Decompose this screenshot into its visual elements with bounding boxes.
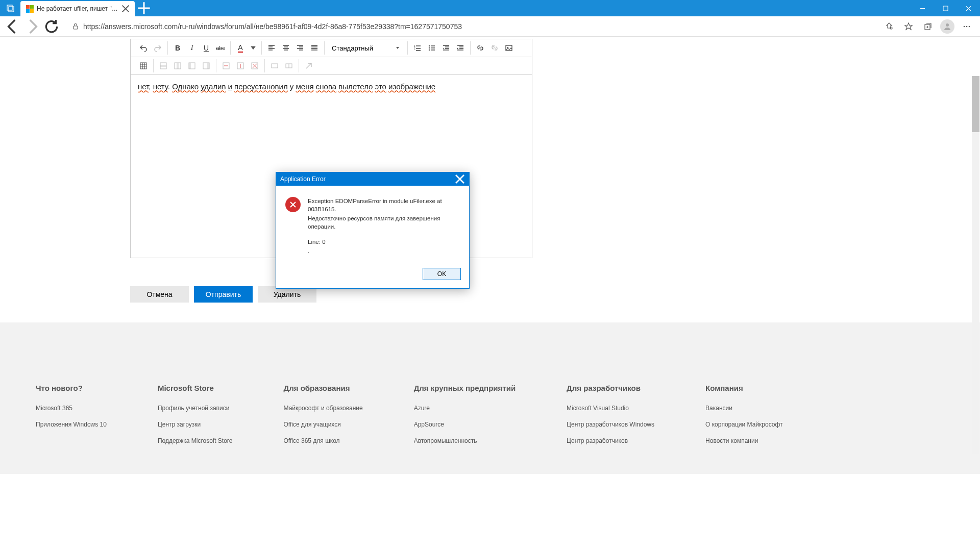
insert-table-button[interactable] (137, 59, 150, 72)
forward-button[interactable] (23, 18, 41, 35)
italic-button[interactable]: I (185, 41, 199, 55)
footer-link[interactable]: Майкрософт и образование (284, 405, 363, 412)
svg-point-9 (969, 26, 970, 27)
delete-button[interactable]: Удалить (258, 286, 316, 303)
collections-button[interactable] (919, 18, 937, 35)
align-left-button[interactable] (265, 41, 278, 55)
svg-rect-3 (74, 26, 78, 29)
scrollbar-thumb[interactable] (972, 76, 979, 132)
tracking-prevention-button[interactable] (880, 18, 898, 35)
footer-link[interactable]: AppSource (414, 421, 516, 428)
footer-heading: Microsoft Store (158, 384, 233, 392)
tab-close-button[interactable] (121, 5, 130, 13)
chevron-down-icon (395, 45, 400, 51)
font-color-button[interactable]: A (234, 41, 247, 55)
dialog-message: Exception EDOMParseError in module uFile… (308, 197, 460, 257)
split-cells-button[interactable] (282, 59, 296, 72)
underline-button[interactable]: U (200, 41, 213, 55)
footer-column: Что нового?Microsoft 365Приложения Windo… (36, 384, 107, 454)
footer-link[interactable]: О корпорации Майкрософт (705, 421, 783, 428)
unordered-list-button[interactable] (425, 41, 438, 55)
table-row-button[interactable] (157, 59, 170, 72)
footer-link[interactable]: Новости компании (705, 437, 783, 444)
browser-tab[interactable]: Не работает ufiler, пишет "exce... (20, 1, 135, 16)
outdent-button[interactable] (439, 41, 453, 55)
dialog-ok-button[interactable]: OK (423, 268, 461, 280)
svg-rect-2 (943, 6, 948, 11)
svg-rect-19 (160, 65, 166, 67)
dialog-titlebar[interactable]: Application Error (276, 172, 469, 186)
profile-button[interactable] (938, 18, 957, 35)
svg-point-8 (966, 26, 968, 27)
footer-link[interactable]: Центр разработчиков Windows (567, 421, 654, 428)
delete-table-button[interactable] (248, 59, 261, 72)
footer-link[interactable]: Центр разработчиков (567, 437, 654, 444)
footer-link[interactable]: Приложения Windows 10 (36, 421, 107, 428)
error-icon (285, 197, 301, 212)
dialog-line2: Недостаточно ресурсов памяти для заверше… (308, 214, 460, 231)
footer-heading: Для крупных предприятий (414, 384, 516, 392)
clear-format-button[interactable] (302, 59, 315, 72)
unlink-button[interactable] (488, 41, 501, 55)
footer-link[interactable]: Поддержка Microsoft Store (158, 437, 233, 444)
svg-point-12 (429, 45, 430, 46)
svg-point-16 (507, 47, 508, 48)
footer-link[interactable]: Microsoft 365 (36, 405, 107, 412)
link-button[interactable] (474, 41, 487, 55)
svg-rect-0 (7, 5, 12, 10)
cancel-button[interactable]: Отмена (130, 286, 189, 303)
font-color-dropdown[interactable] (248, 41, 258, 55)
footer-column: Для образованияМайкрософт и образованиеO… (284, 384, 363, 454)
svg-rect-23 (189, 63, 191, 69)
error-dialog: Application Error Exception EDOMParseErr… (276, 172, 470, 289)
bold-button[interactable]: B (171, 41, 184, 55)
footer-link[interactable]: Центр загрузки (158, 421, 233, 428)
window-close-button[interactable] (957, 0, 980, 16)
refresh-button[interactable] (43, 18, 60, 35)
indent-button[interactable] (454, 41, 467, 55)
send-button[interactable]: Отправить (194, 286, 253, 303)
ordered-list-button[interactable]: 12 (411, 41, 424, 55)
footer-column: Для разработчиковMicrosoft Visual Studio… (567, 384, 654, 454)
footer-link[interactable]: Microsoft Visual Studio (567, 405, 654, 412)
table-col-left-button[interactable] (185, 59, 199, 72)
new-tab-button[interactable] (137, 1, 151, 15)
footer-link[interactable]: Azure (414, 405, 516, 412)
scrollbar[interactable] (972, 76, 979, 454)
footer-link[interactable]: Office для учащихся (284, 421, 363, 428)
delete-col-button[interactable] (234, 59, 247, 72)
table-col-button[interactable] (171, 59, 184, 72)
footer: Что нового?Microsoft 365Приложения Windo… (0, 322, 980, 474)
favorites-button[interactable] (899, 18, 918, 35)
align-right-button[interactable] (293, 41, 307, 55)
minimize-button[interactable] (911, 0, 934, 16)
maximize-button[interactable] (934, 0, 957, 16)
url-field[interactable]: https://answers.microsoft.com/ru-ru/wind… (65, 19, 875, 34)
plus-icon (137, 1, 151, 15)
align-center-button[interactable] (279, 41, 292, 55)
svg-text:2: 2 (414, 47, 415, 50)
footer-link[interactable]: Профиль учетной записи (158, 405, 233, 412)
strike-button[interactable]: abc (214, 41, 227, 55)
undo-button[interactable] (137, 41, 150, 55)
merge-cells-button[interactable] (268, 59, 281, 72)
back-button[interactable] (4, 18, 21, 35)
table-col-right-button[interactable] (200, 59, 213, 72)
dialog-footer: OK (276, 264, 469, 288)
align-justify-button[interactable] (308, 41, 321, 55)
image-button[interactable] (502, 41, 516, 55)
dialog-close-button[interactable] (455, 174, 465, 184)
dialog-line1: Exception EDOMParseError in module uFile… (308, 197, 460, 213)
paragraph-style-select[interactable]: Стандартный (328, 41, 404, 55)
tab-actions-button[interactable] (1, 1, 20, 15)
more-button[interactable] (958, 18, 976, 35)
footer-link[interactable]: Автопромышленность (414, 437, 516, 444)
tab-title: Не работает ufiler, пишет "exce... (37, 5, 118, 12)
delete-row-button[interactable] (219, 59, 233, 72)
footer-link[interactable]: Вакансии (705, 405, 783, 412)
style-select-label: Стандартный (332, 44, 373, 52)
redo-button[interactable] (151, 41, 164, 55)
svg-point-13 (429, 47, 430, 48)
footer-column: Microsoft StoreПрофиль учетной записиЦен… (158, 384, 233, 454)
footer-link[interactable]: Office 365 для школ (284, 437, 363, 444)
